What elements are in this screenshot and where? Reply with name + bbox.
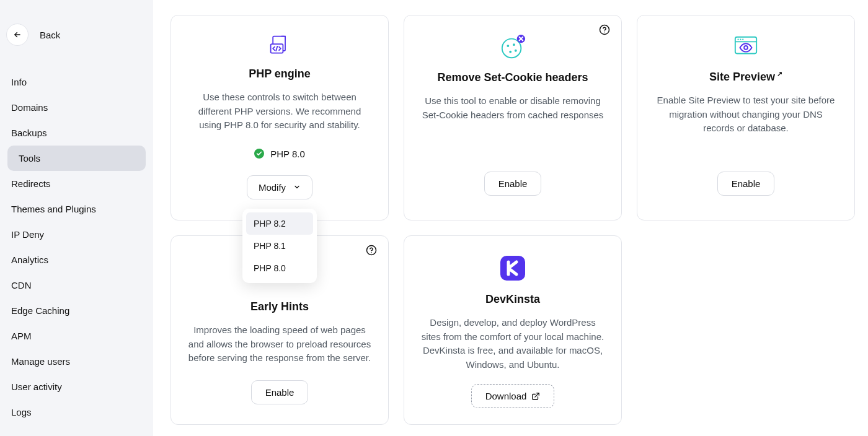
external-link-icon	[531, 392, 540, 401]
svg-point-9	[509, 51, 512, 53]
help-icon[interactable]	[599, 24, 610, 35]
card-devkinsta: DevKinsta Design, develop, and deploy Wo…	[404, 235, 622, 425]
preview-icon	[653, 34, 838, 59]
php-status: PHP 8.0	[187, 149, 372, 159]
sidebar: Back InfoDomainsBackupsToolsRedirectsThe…	[0, 0, 153, 436]
sidebar-item-cdn[interactable]: CDN	[0, 272, 153, 298]
card-description: Improves the loading speed of web pages …	[187, 323, 372, 365]
svg-point-7	[507, 45, 509, 47]
card-php-engine: PHP engine Use these controls to switch …	[170, 15, 389, 220]
dropdown-option[interactable]: PHP 8.2	[246, 212, 313, 235]
card-title: DevKinsta	[420, 293, 605, 306]
sidebar-nav: InfoDomainsBackupsToolsRedirectsThemes a…	[0, 69, 153, 425]
check-icon	[254, 149, 264, 159]
dropdown-option[interactable]: PHP 8.0	[246, 257, 313, 279]
cookie-icon	[420, 34, 605, 60]
back-row: Back	[0, 24, 153, 46]
card-description: Design, develop, and deploy WordPress si…	[420, 316, 605, 372]
svg-line-23	[535, 393, 539, 396]
download-label: Download	[485, 391, 527, 401]
sidebar-item-apm[interactable]: APM	[0, 323, 153, 349]
php-icon	[187, 34, 372, 56]
sidebar-item-edge-caching[interactable]: Edge Caching	[0, 298, 153, 323]
sidebar-item-themes-and-plugins[interactable]: Themes and Plugins	[0, 196, 153, 222]
back-label: Back	[40, 30, 60, 40]
external-link-icon: ↗	[777, 70, 782, 77]
card-description: Use these controls to switch between dif…	[187, 90, 372, 133]
chevron-down-icon	[293, 183, 301, 191]
sidebar-item-ip-deny[interactable]: IP Deny	[0, 222, 153, 247]
card-title: PHP engine	[187, 68, 372, 81]
svg-point-17	[740, 38, 741, 40]
sidebar-item-manage-users[interactable]: Manage users	[0, 349, 153, 374]
svg-rect-22	[500, 256, 525, 281]
enable-button[interactable]: Enable	[251, 380, 309, 404]
php-status-label: PHP 8.0	[270, 149, 305, 159]
download-button[interactable]: Download	[471, 384, 555, 408]
dropdown-option[interactable]: PHP 8.1	[246, 235, 313, 257]
sidebar-item-redirects[interactable]: Redirects	[0, 171, 153, 196]
svg-point-8	[513, 43, 515, 46]
svg-point-19	[744, 46, 748, 50]
card-remove-set-cookie: Remove Set-Cookie headers Use this tool …	[404, 15, 622, 220]
svg-point-16	[737, 38, 738, 40]
sidebar-item-user-activity[interactable]: User activity	[0, 374, 153, 399]
devkinsta-icon	[420, 255, 605, 282]
enable-button[interactable]: Enable	[484, 172, 542, 196]
help-icon[interactable]	[366, 245, 377, 256]
back-button[interactable]	[6, 24, 29, 46]
card-description: Enable Site Preview to test your site be…	[653, 94, 838, 136]
card-title: Site Preview↗	[653, 70, 838, 84]
sidebar-item-domains[interactable]: Domains	[0, 95, 153, 120]
php-version-dropdown: PHP 8.2PHP 8.1PHP 8.0	[242, 209, 317, 283]
sidebar-item-logs[interactable]: Logs	[0, 399, 153, 425]
main-content: PHP engine Use these controls to switch …	[153, 0, 868, 436]
card-description: Use this tool to enable or disable remov…	[420, 94, 605, 122]
modify-label: Modify	[259, 182, 286, 193]
enable-button[interactable]: Enable	[717, 172, 775, 196]
modify-button[interactable]: Modify	[247, 175, 312, 199]
card-title: Early Hints	[187, 300, 372, 313]
card-site-preview: Site Preview↗ Enable Site Preview to tes…	[637, 15, 855, 220]
sidebar-item-tools[interactable]: Tools	[7, 146, 146, 171]
sidebar-item-backups[interactable]: Backups	[0, 120, 153, 146]
sidebar-item-info[interactable]: Info	[0, 69, 153, 95]
sidebar-item-analytics[interactable]: Analytics	[0, 247, 153, 272]
svg-point-10	[515, 50, 517, 52]
arrow-left-icon	[13, 30, 22, 39]
cards-grid: PHP engine Use these controls to switch …	[170, 15, 856, 425]
card-title: Remove Set-Cookie headers	[420, 71, 605, 84]
svg-point-18	[742, 38, 743, 40]
